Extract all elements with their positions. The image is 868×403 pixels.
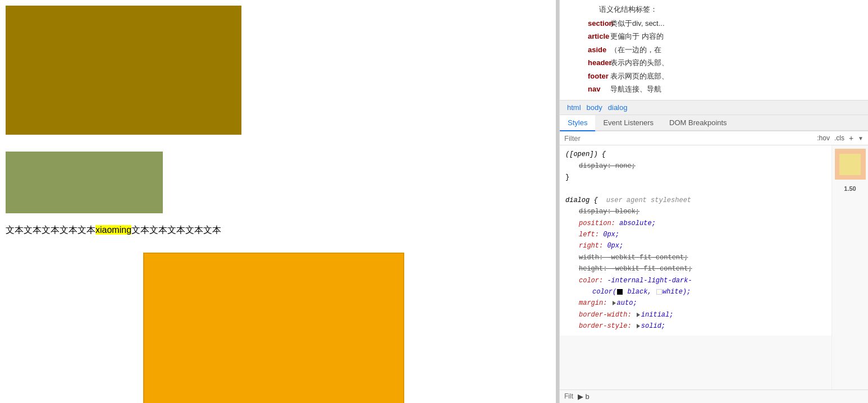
main-content-panel: 文本文本文本文本文本xiaoming文本文本文本文本文本 xyxy=(0,0,556,403)
devtools-tabs: Styles Event Listeners DOM Breakpoints xyxy=(560,115,868,131)
tag-nav: nav xyxy=(565,83,610,95)
desc-footer: 表示网页的底部、 xyxy=(610,70,862,83)
dark-yellow-box xyxy=(6,6,241,135)
css-prop-display-none: display: none; xyxy=(579,162,636,170)
box-model-inner xyxy=(839,154,861,175)
tab-styles[interactable]: Styles xyxy=(560,115,595,131)
border-width-triangle-icon xyxy=(637,313,640,317)
css-prop-height-webkit: height: -webkit-fit-content; xyxy=(579,265,692,273)
css-val-border-style: solid; xyxy=(641,322,665,330)
semantic-row-nav: nav 导航连接、导航 xyxy=(565,83,862,95)
css-val-color: -internal-light-dark- xyxy=(607,277,692,285)
border-style-triangle-icon xyxy=(637,324,640,328)
css-prop-width-webkit: width: -webkit-fit-content; xyxy=(579,254,688,262)
css-prop-position: position: xyxy=(579,219,619,227)
box-model-sidebar: 1.50 xyxy=(832,145,868,390)
path-html[interactable]: html xyxy=(565,103,583,112)
tab-event-listeners[interactable]: Event Listeners xyxy=(595,115,661,131)
box-model-value: 1.50 xyxy=(844,185,856,192)
semantic-row-aside: aside （在一边的，在 xyxy=(565,43,862,56)
semantic-table: 语义化结构标签： section 类似于div, sect... article… xyxy=(560,0,868,100)
text-after-highlight: 文本文本文本文本文本 xyxy=(131,225,221,235)
semantic-title: 语义化结构标签： xyxy=(565,4,862,15)
tag-section: section xyxy=(565,17,610,30)
semantic-row-section: section 类似于div, sect... xyxy=(565,17,862,30)
path-dialog[interactable]: dialog xyxy=(606,103,629,112)
filter-bar: :hov .cls + ▼ xyxy=(560,131,868,145)
text-before-highlight: 文本文本文本文本文本 xyxy=(6,225,95,235)
css-selector-dialog: dialog { xyxy=(565,196,598,204)
desc-aside: （在一边的，在 xyxy=(610,43,862,56)
css-comment-user-agent: user agent stylesheet xyxy=(606,196,691,204)
semantic-row-header: header 表示内容的头部、 xyxy=(565,56,862,69)
css-prop-left: left: xyxy=(579,231,603,239)
css-prop-display-block: display: block; xyxy=(579,208,639,216)
css-prop-right: right: xyxy=(579,242,607,250)
css-val-border-width: initial; xyxy=(641,311,674,319)
semantic-row-article: article 更偏向于 内容的 xyxy=(565,30,862,43)
filter-bottom-label: Filt xyxy=(564,392,573,401)
path-body[interactable]: body xyxy=(585,103,604,112)
css-val-right: 0px; xyxy=(607,242,623,250)
element-path: html body dialog xyxy=(560,100,868,115)
semantic-row-footer: footer 表示网页的底部、 xyxy=(565,70,862,83)
filter-hov-button[interactable]: :hov xyxy=(817,134,830,142)
filter-bottom-arrow: ▶ b xyxy=(578,392,590,401)
chevron-down-icon: ▼ xyxy=(858,135,864,141)
text-line: 文本文本文本文本文本xiaoming文本文本文本文本文本 xyxy=(6,225,221,236)
color-swatch-white xyxy=(656,289,662,295)
tag-article: article xyxy=(565,30,610,43)
filter-bottom-bar: Filt ▶ b xyxy=(560,390,868,403)
css-prop-border-style: border-style: xyxy=(579,322,636,330)
css-prop-border-width: border-width: xyxy=(579,311,636,319)
devtools-main-content: ([open]) { display: none; } dialog { use… xyxy=(560,145,868,390)
devtools-panel: 语义化结构标签： section 类似于div, sect... article… xyxy=(559,0,868,403)
css-val-left: 0px; xyxy=(603,231,619,239)
tag-aside: aside xyxy=(565,43,610,56)
color-swatch-black xyxy=(617,289,623,295)
css-code-area[interactable]: ([open]) { display: none; } dialog { use… xyxy=(560,145,832,390)
css-prop-color: color: xyxy=(579,277,607,285)
css-prop-margin: margin: xyxy=(579,299,611,307)
tag-header: header xyxy=(565,56,610,69)
filter-plus-button[interactable]: + xyxy=(849,134,853,143)
css-selector-open: ([open]) { xyxy=(565,150,606,158)
desc-header: 表示内容的头部、 xyxy=(610,56,862,69)
desc-article: 更偏向于 内容的 xyxy=(610,30,862,43)
margin-triangle-icon xyxy=(613,301,616,305)
orange-dialog-box xyxy=(143,253,404,403)
css-val-position: absolute; xyxy=(619,219,656,227)
box-model-outer xyxy=(835,149,866,180)
desc-section: 类似于div, sect... xyxy=(610,17,862,30)
css-code-block: ([open]) { display: none; } dialog { use… xyxy=(560,145,832,335)
highlighted-text: xiaoming xyxy=(95,225,131,235)
css-val-color-fn: color( black, white); xyxy=(592,288,691,296)
filter-input[interactable] xyxy=(564,134,812,143)
tab-dom-breakpoints[interactable]: DOM Breakpoints xyxy=(661,115,735,131)
filter-cls-button[interactable]: .cls xyxy=(834,134,844,142)
olive-box xyxy=(6,152,163,213)
css-val-margin: auto; xyxy=(617,299,637,307)
desc-nav: 导航连接、导航 xyxy=(610,83,862,95)
css-close-brace-1: } xyxy=(565,173,569,181)
tag-footer: footer xyxy=(565,70,610,83)
